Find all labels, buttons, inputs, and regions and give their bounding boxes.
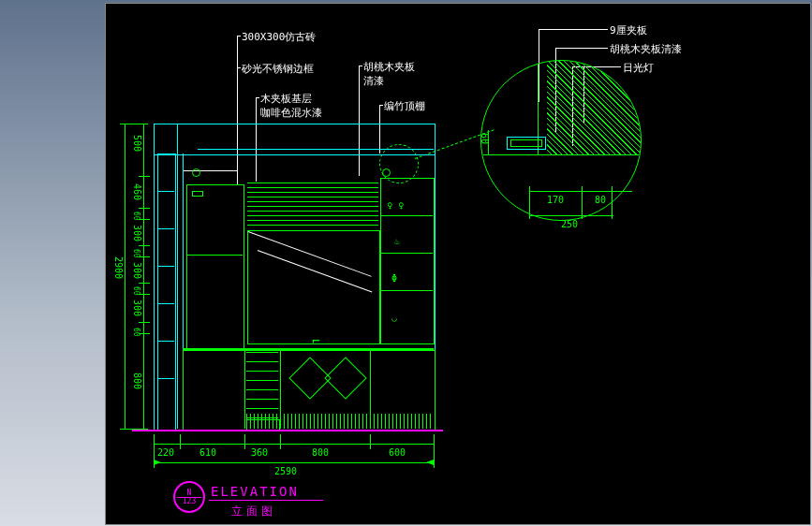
- dim-h5: 600: [389, 447, 406, 458]
- dim-d-total: 250: [561, 219, 578, 229]
- dim-v8: 300: [132, 300, 142, 316]
- shelf-item-bottle1: ♨: [394, 236, 400, 246]
- label-ceiling: 编竹顶棚: [384, 99, 425, 113]
- label-light: 日光灯: [623, 61, 654, 75]
- label-9mm: 9厘夹板: [610, 23, 647, 37]
- dim-v-total: 2900: [113, 256, 124, 279]
- dim-h1: 220: [157, 447, 174, 458]
- dim-v9: 60: [132, 328, 140, 337]
- dim-v10: 800: [132, 373, 142, 389]
- shelf-item-glasses: ♀ ♀: [387, 200, 404, 211]
- drawers: [246, 352, 278, 419]
- dim-v6: 300: [132, 262, 142, 279]
- ground-line: [132, 430, 443, 431]
- dim-d2: 80: [595, 195, 606, 205]
- title-zh: 立面图: [231, 504, 276, 519]
- dim-v1: 500: [132, 135, 142, 152]
- blinds: [247, 183, 378, 229]
- tile-column: [157, 153, 176, 431]
- title-en: ELEVATION: [211, 484, 299, 499]
- label-wood-base: 木夹板基层 咖啡色混水漆: [260, 92, 322, 120]
- title-north: N: [187, 489, 192, 497]
- cad-canvas: 300X300仿古砖 砂光不锈钢边框 木夹板基层 咖啡色混水漆 胡桃木夹板 清漆…: [105, 3, 811, 525]
- shelf-item-bottle2: Φ: [391, 273, 397, 284]
- dim-h3: 360: [251, 447, 268, 458]
- dim-h-total: 2590: [274, 466, 297, 476]
- label-tile: 300X300仿古砖: [242, 30, 316, 44]
- dim-h4: 800: [312, 447, 329, 458]
- ceiling: [154, 124, 436, 155]
- dim-v2: 460: [132, 183, 142, 200]
- fridge: [186, 184, 244, 351]
- dim-d1: 170: [547, 195, 564, 205]
- label-walnut: 胡桃木夹板 清漆: [363, 60, 415, 88]
- label-walnut2: 胡桃木夹板清漆: [610, 42, 682, 56]
- label-frame: 砂光不锈钢边框: [242, 62, 314, 76]
- title-symbol: N 123: [173, 481, 205, 513]
- mirror-glass: [247, 230, 380, 344]
- dim-h2: 610: [199, 447, 216, 458]
- faucet: ⌐: [312, 333, 319, 348]
- shelf-item-cup: ◡: [391, 313, 397, 323]
- dim-v4: 300: [132, 225, 142, 241]
- title-num: 123: [183, 498, 196, 505]
- floor-hatch: [246, 414, 434, 429]
